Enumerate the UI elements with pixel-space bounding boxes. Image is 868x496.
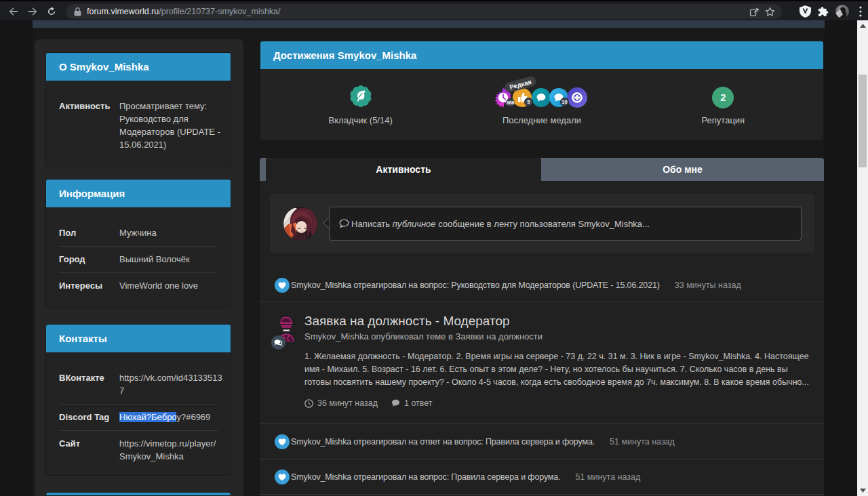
next-card-cut [45,492,231,496]
clock-icon [304,399,313,408]
gender-label: Пол [59,226,119,239]
medals-label: Последние медали [502,114,581,127]
discord-label: Discord Tag [59,411,119,423]
site-userbar-strip [33,20,825,28]
forum-page: О Smykov_Mishka Активность Просматривает… [0,20,857,496]
topic-body: 1. Желаемая должность - Модератор. 2. Вр… [304,350,809,389]
info-card-title: Информация [46,180,231,207]
interests-value: VimeWorld one love [119,279,218,292]
rank-label[interactable]: Вкладчик (5/14) [329,114,393,127]
status-composer: Написать публичное сообщение в ленту пол… [270,194,814,253]
stream-item-time: 33 минуты назад [675,281,741,290]
site-label: Сайт [59,437,119,463]
stream-item-time: 51 минута назад [610,437,675,447]
achievements-title: Достижения Smykov_Mishka [260,41,823,69]
scrollbar-down-arrow[interactable] [857,485,868,496]
stream-item-text[interactable]: Smykov_Mishka отреагировал на ответ на в… [291,437,595,447]
topic-title[interactable]: Заявка на должность - Модератор [304,313,809,329]
address-bar[interactable]: forum.vimeworld.ru/profile/210737-smykov… [66,4,782,19]
achievements-panel: Достижения Smykov_Mishka Вкладчик (5/14) [260,41,824,140]
browser-toolbar: forum.vimeworld.ru/profile/210737-smykov… [0,0,868,20]
reaction-heart-icon [275,434,290,449]
stream-item-reaction[interactable]: Smykov_Mishka отреагировал на вопрос: Пр… [260,459,824,495]
bookmark-star-icon[interactable] [765,7,775,17]
profile-tabbar: Активность Обо мне [260,158,824,181]
contact-row-site: Сайт https://vimetop.ru/player/Smykov_Mi… [46,430,231,470]
status-placeholder: Написать публичное сообщение в ленту пол… [351,219,650,229]
topic-subtitle: Smykov_Mishka опубликовал теме в Заявки … [304,331,809,342]
about-card-title: О Smykov_Mishka [46,53,231,81]
extensions-puzzle-icon[interactable] [817,6,829,18]
medals-column: 366 5 10 Редкая Последние медали [451,83,632,127]
reload-button[interactable] [43,3,60,20]
activity-stream: Smykov_Mishka отреагировал на вопрос: Ру… [260,268,824,495]
shield-extension-icon[interactable] [800,5,811,18]
url-text: forum.vimeworld.ru/profile/210737-smykov… [87,7,749,16]
browser-menu-icon[interactable] [856,6,865,17]
gender-value: Мужчина [119,226,218,239]
stream-item-text[interactable]: Smykov_Mishka отреагировал на вопрос: Пр… [291,472,560,482]
interests-label: Интересы [59,279,119,292]
reaction-heart-icon [275,470,290,484]
activity-tab-panel: Написать публичное сообщение в ленту пол… [260,181,824,496]
reputation-label: Репутация [701,114,745,127]
stream-item-reaction[interactable]: Smykov_Mishka отреагировал на ответ на в… [260,424,824,459]
stream-item-reaction[interactable]: Smykov_Mishka отреагировал на вопрос: Ру… [260,268,824,302]
topic-replies[interactable]: 1 ответ [404,397,433,409]
lock-icon[interactable] [66,7,87,16]
activity-label: Активность [59,100,119,151]
user-avatar[interactable] [283,207,317,241]
stream-item-time: 51 минута назад [575,472,640,482]
reputation-column: 2 Репутация [633,83,814,127]
info-row-interests: Интересы VimeWorld one love [46,272,231,299]
stream-item-text[interactable]: Smykov_Mishka отреагировал на вопрос: Ру… [291,281,660,290]
about-card: О Smykov_Mishka Активность Просматривает… [45,52,231,167]
rank-badge-leaf-icon[interactable] [350,85,372,110]
info-row-city: Город Вышний Волочёк [46,246,231,272]
vk-label: ВКонтакте [59,371,119,397]
city-label: Город [59,253,119,266]
medal-plus-icon[interactable] [567,87,587,108]
vk-value[interactable]: https://vk.com/id431335137 [119,371,222,397]
site-value[interactable]: https://vimetop.ru/player/Smykov_Mishka [119,437,218,463]
info-card: Информация Пол Мужчина Город Вышний Воло… [45,179,231,308]
reputation-value-badge[interactable]: 2 [712,87,734,108]
tab-activity[interactable]: Активность [266,158,541,181]
medal-chat-teal-icon[interactable] [532,88,551,107]
forward-button[interactable] [24,3,41,20]
contact-row-discord: Discord Tag Нюхай?Беброу?#6969 [46,404,231,430]
page-scrollbar[interactable] [857,20,868,496]
scrollbar-thumb[interactable] [859,75,867,167]
stream-item-topic[interactable]: Заявка на должность - Модератор Smykov_M… [260,302,824,424]
share-icon[interactable] [749,7,760,17]
city-value: Вышний Волочёк [119,253,218,266]
selected-text: Нюхай?Бебро [119,412,176,422]
status-bubble-icon [339,219,349,228]
activity-value: Просматривает тему: Руководство для Моде… [119,100,220,151]
tab-about[interactable]: Обо мне [541,158,824,181]
info-row-gender: Пол Мужчина [46,220,231,246]
topic-time: 36 минут назад [317,397,378,409]
medal-clock-count-badge: 366 [506,98,515,107]
discord-value: Нюхай?Беброу?#6969 [119,411,218,423]
browser-profile-avatar[interactable] [835,4,850,19]
contacts-card: Контакты ВКонтакте https://vk.com/id4313… [45,324,231,476]
reaction-heart-icon [275,278,290,293]
back-button[interactable] [5,3,22,20]
medal-chat-count-badge: 10 [560,98,569,106]
rank-column: Вкладчик (5/14) [270,83,451,127]
status-input[interactable]: Написать публичное сообщение в ленту пол… [329,207,802,241]
about-activity-row: Активность Просматривает тему: Руководст… [46,93,231,158]
topic-comment-badge [271,335,285,352]
scrollbar-up-arrow[interactable] [857,20,868,31]
contact-row-vk: ВКонтакте https://vk.com/id431335137 [46,365,231,404]
medal-thumb-count-badge: 5 [524,98,533,106]
replies-bubble-icon [391,399,400,407]
contacts-card-title: Контакты [46,325,231,352]
